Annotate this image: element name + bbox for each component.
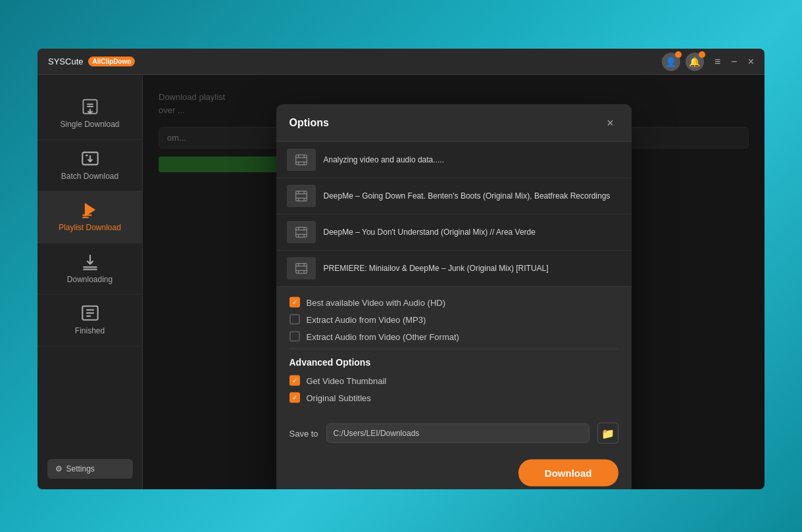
video-thumb-3 [287,257,316,279]
notification-icon[interactable]: 👤 [662,53,680,71]
folder-icon: 📁 [601,427,614,439]
content-area: Download playlistover ... Options × [143,75,764,489]
main-content: Single Download Batch Download Playlist … [38,75,764,489]
alert-icon[interactable]: 🔔 [686,53,704,71]
option-get-thumbnail[interactable]: Get Video Thumbnail [289,375,618,386]
video-title-2: DeepMe – You Don't Understand (Original … [324,226,536,237]
folder-browse-button[interactable]: 📁 [597,423,618,444]
svg-rect-19 [295,191,307,201]
checkbox-orig-subtitles[interactable] [289,393,300,403]
checkbox-extract-mp3[interactable] [289,314,300,325]
app-badge: AllClipDown [88,57,135,66]
video-item-3[interactable]: PREMIERE: Miniailov & DeepMe – Junk (Ori… [276,251,632,287]
sidebar-item-finished[interactable]: Finished [38,295,142,347]
label-extract-other: Extract Audio from Video (Other Format) [307,331,459,341]
svg-rect-26 [295,227,307,237]
finished-label: Finished [75,326,105,337]
video-item-1[interactable]: DeepMe – Going Down Feat. Benten's Boots… [276,178,632,214]
label-best-video: Best available Video with Audio (HD) [307,297,446,307]
batch-download-icon [81,149,99,168]
minimize-button[interactable]: − [731,56,737,68]
video-title-1: DeepMe – Going Down Feat. Benten's Boots… [324,190,611,201]
advanced-options-title: Advanced Options [289,357,618,368]
playlist-download-icon [81,201,99,219]
checkbox-best-video[interactable] [289,297,300,308]
app-window: SYSCute AllClipDown 👤 🔔 ≡ − × [38,49,764,489]
sidebar-item-single-download[interactable]: Single Download [38,88,142,140]
dialog-footer: Download [276,454,632,489]
alert-badge [699,51,705,58]
options-dialog: Options × [276,105,632,489]
checkbox-extract-other[interactable] [289,331,300,342]
sidebar-item-downloading[interactable]: Downloading [38,243,142,295]
app-title: SYSCute [48,57,83,66]
dialog-header: Options × [276,105,632,142]
divider [289,349,618,349]
notif-area: 👤 🔔 [662,53,704,71]
format-options: Best available Video with Audio (HD) Ext… [276,287,632,420]
video-thumb-2 [287,221,316,243]
label-extract-mp3: Extract Audio from Video (MP3) [307,314,426,324]
playlist-download-label: Playlist Download [59,223,121,233]
save-path-input[interactable] [326,423,589,443]
settings-button[interactable]: ⚙ Settings [47,459,133,479]
save-to-section: Save to 📁 [276,420,632,454]
option-extract-mp3[interactable]: Extract Audio from Video (MP3) [289,314,618,325]
downloading-label: Downloading [67,275,113,285]
save-to-label: Save to [289,428,318,438]
label-orig-subtitles: Original Subtitles [307,393,371,402]
checkbox-get-thumbnail[interactable] [289,375,300,386]
option-best-video[interactable]: Best available Video with Audio (HD) [289,297,618,308]
film-icon-2 [295,226,308,239]
video-item-2[interactable]: DeepMe – You Don't Understand (Original … [276,214,632,251]
sidebar-item-batch-download[interactable]: Batch Download [38,140,142,192]
notif-badge [675,51,682,58]
download-button[interactable]: Download [518,460,618,487]
single-download-label: Single Download [60,120,119,130]
sidebar-item-playlist-download[interactable]: Playlist Download [38,191,142,243]
title-bar-left: SYSCute AllClipDown [48,57,135,66]
video-title-0: Analyzing video and audio data..... [324,154,444,165]
batch-download-label: Batch Download [61,172,118,182]
settings-icon: ⚙ [55,464,63,473]
film-icon-3 [295,262,308,275]
video-title-3: PREMIERE: Miniailov & DeepMe – Junk (Ori… [324,262,549,274]
svg-rect-33 [295,263,307,273]
close-button[interactable]: × [748,56,754,68]
film-icon-0 [295,153,308,166]
settings-label: Settings [66,464,95,473]
title-bar: SYSCute AllClipDown 👤 🔔 ≡ − × [38,49,764,75]
film-icon-1 [295,189,308,203]
menu-icon[interactable]: ≡ [714,56,720,68]
dialog-close-button[interactable]: × [603,115,618,131]
svg-rect-12 [295,155,307,164]
title-bar-right: 👤 🔔 ≡ − × [662,53,754,71]
label-get-thumbnail: Get Video Thumbnail [307,375,387,385]
single-download-icon [81,97,99,116]
video-list[interactable]: Analyzing video and audio data..... [276,142,632,287]
video-thumb-1 [287,185,316,207]
option-extract-other[interactable]: Extract Audio from Video (Other Format) [289,331,618,342]
downloading-icon [81,253,99,271]
sidebar: Single Download Batch Download Playlist … [38,75,143,489]
finished-icon [81,304,99,322]
video-item-0[interactable]: Analyzing video and audio data..... [276,142,632,178]
video-thumb-0 [287,149,316,171]
dialog-title: Options [289,117,329,129]
option-orig-subtitles[interactable]: Original Subtitles [289,393,618,403]
